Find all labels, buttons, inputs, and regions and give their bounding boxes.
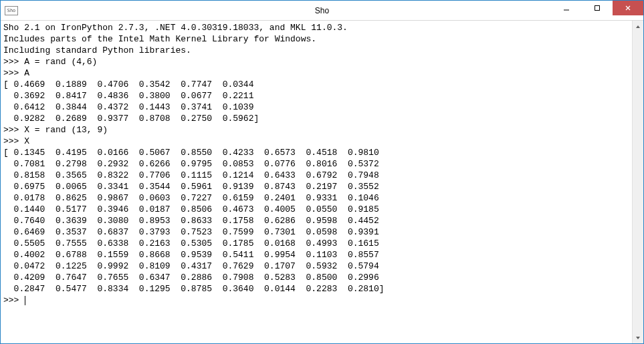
- maximize-button[interactable]: [582, 1, 613, 15]
- svg-marker-5: [636, 337, 640, 339]
- minimize-button[interactable]: [551, 1, 582, 15]
- app-window: Sho Sho Sho 2.1 on IronPython 2.7.3, .NE…: [0, 0, 644, 344]
- titlebar[interactable]: Sho Sho: [1, 1, 643, 21]
- vertical-scrollbar[interactable]: [632, 21, 643, 343]
- scroll-track[interactable]: [633, 32, 643, 332]
- window-controls: [551, 1, 643, 15]
- close-button[interactable]: [613, 1, 643, 15]
- console-output[interactable]: Sho 2.1 on IronPython 2.7.3, .NET 4.0.30…: [1, 21, 632, 343]
- app-icon: Sho: [5, 6, 18, 15]
- scroll-up-arrow[interactable]: [633, 21, 643, 32]
- svg-marker-4: [636, 25, 640, 28]
- window-title: Sho: [1, 6, 643, 15]
- text-cursor: [25, 296, 25, 305]
- content-area: Sho 2.1 on IronPython 2.7.3, .NET 4.0.30…: [1, 21, 643, 343]
- scroll-down-arrow[interactable]: [633, 332, 643, 343]
- svg-rect-1: [595, 5, 600, 10]
